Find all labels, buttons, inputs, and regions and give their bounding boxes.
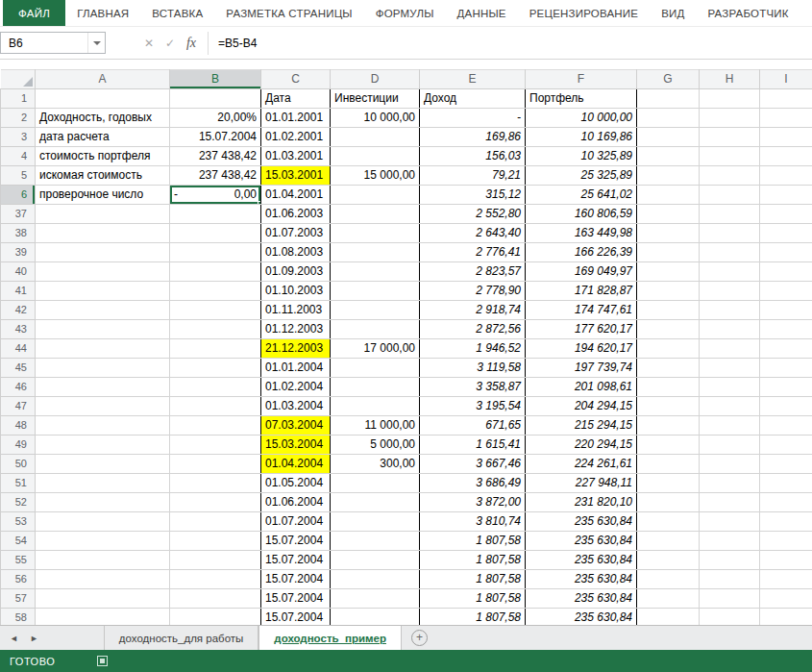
cell-H57[interactable] [700,589,760,609]
add-sheet-button[interactable]: + [411,630,428,646]
row-header-37[interactable]: 37 [1,205,36,224]
cell-F6[interactable]: 25 641,02 [526,186,637,205]
cell-B6[interactable]: -0,00 [170,186,261,205]
cell-C39[interactable]: 01.08.2003 [261,243,331,262]
cell-C40[interactable]: 01.09.2003 [261,262,331,282]
row-header-55[interactable]: 55 [1,551,36,570]
cell-H58[interactable] [700,609,760,626]
cell-I39[interactable] [760,243,812,262]
cell-E37[interactable]: 2 552,80 [420,205,526,224]
cell-F55[interactable]: 235 630,84 [526,551,637,570]
column-header-I[interactable]: I [760,70,812,89]
cell-E56[interactable]: 1 807,58 [420,570,526,589]
cell-B37[interactable] [170,205,261,224]
cell-G52[interactable] [637,493,700,512]
cell-I43[interactable] [760,320,812,339]
cell-B43[interactable] [170,320,261,339]
cell-B49[interactable] [170,436,261,455]
cell-G37[interactable] [637,205,700,224]
row-header-58[interactable]: 58 [1,609,36,626]
cell-F39[interactable]: 166 226,39 [526,243,637,262]
cell-D52[interactable] [331,493,420,512]
cell-E58[interactable]: 1 807,58 [420,609,526,626]
cell-F38[interactable]: 163 449,98 [526,224,637,243]
cell-C37[interactable]: 01.06.2003 [261,205,331,224]
cell-E42[interactable]: 2 918,74 [420,301,526,320]
cell-I50[interactable] [760,455,812,474]
cell-E50[interactable]: 3 667,46 [420,455,526,474]
cell-G56[interactable] [637,570,700,589]
row-header-38[interactable]: 38 [1,224,36,243]
cell-A6[interactable]: проверочное число [36,186,170,205]
cell-B58[interactable] [170,609,261,626]
cell-D47[interactable] [331,397,420,416]
cell-A54[interactable] [36,532,170,551]
cell-A44[interactable] [36,339,170,359]
row-header-39[interactable]: 39 [1,243,36,262]
cell-I1[interactable] [760,89,812,109]
cell-F45[interactable]: 197 739,74 [526,359,637,378]
cell-E57[interactable]: 1 807,58 [420,589,526,609]
cell-I44[interactable] [760,339,812,359]
cell-H53[interactable] [700,512,760,532]
cell-C44[interactable]: 21.12.2003 [261,339,331,359]
cell-I5[interactable] [760,166,812,186]
cell-D50[interactable]: 300,00 [331,455,420,474]
cell-B55[interactable] [170,551,261,570]
cell-C42[interactable]: 01.11.2003 [261,301,331,320]
row-header-45[interactable]: 45 [1,359,36,378]
cell-B41[interactable] [170,282,261,301]
cell-H55[interactable] [700,551,760,570]
ribbon-tab-5[interactable]: РЕЦЕНЗИРОВАНИЕ [518,0,650,26]
cell-D6[interactable] [331,186,420,205]
cell-D2[interactable]: 10 000,00 [331,109,420,128]
cell-F49[interactable]: 220 294,15 [526,436,637,455]
row-header-52[interactable]: 52 [1,493,36,512]
cell-E51[interactable]: 3 686,49 [420,474,526,493]
cell-D1[interactable]: Инвестиции [331,89,420,109]
cell-D49[interactable]: 5 000,00 [331,436,420,455]
cell-G4[interactable] [637,147,700,166]
cell-G57[interactable] [637,589,700,609]
cell-I37[interactable] [760,205,812,224]
cell-C56[interactable]: 15.07.2004 [261,570,331,589]
cell-E41[interactable]: 2 778,90 [420,282,526,301]
ribbon-tab-7[interactable]: РАЗРАБОТЧИК [696,0,800,26]
cell-H40[interactable] [700,262,760,282]
ribbon-tab-1[interactable]: ВСТАВКА [140,0,214,26]
cell-B45[interactable] [170,359,261,378]
cell-E49[interactable]: 1 615,41 [420,436,526,455]
cell-B39[interactable] [170,243,261,262]
fill-handle[interactable] [258,201,261,205]
cell-G55[interactable] [637,551,700,570]
cell-F48[interactable]: 215 294,15 [526,416,637,436]
cell-F50[interactable]: 224 261,61 [526,455,637,474]
row-header-50[interactable]: 50 [1,455,36,474]
cell-I55[interactable] [760,551,812,570]
cell-D41[interactable] [331,282,420,301]
row-header-48[interactable]: 48 [1,416,36,436]
cell-G41[interactable] [637,282,700,301]
cell-I45[interactable] [760,359,812,378]
cell-G45[interactable] [637,359,700,378]
cell-G5[interactable] [637,166,700,186]
cell-E53[interactable]: 3 810,74 [420,512,526,532]
cell-H47[interactable] [700,397,760,416]
cell-A50[interactable] [36,455,170,474]
cell-G43[interactable] [637,320,700,339]
cell-E39[interactable]: 2 776,41 [420,243,526,262]
row-header-4[interactable]: 4 [1,147,36,166]
cell-I40[interactable] [760,262,812,282]
cell-E43[interactable]: 2 872,56 [420,320,526,339]
column-header-H[interactable]: H [700,70,760,89]
cell-A2[interactable]: Доходность, годовых [36,109,170,128]
cell-G46[interactable] [637,378,700,397]
cell-B38[interactable] [170,224,261,243]
cell-H38[interactable] [700,224,760,243]
cell-H4[interactable] [700,147,760,166]
row-header-41[interactable]: 41 [1,282,36,301]
cell-B57[interactable] [170,589,261,609]
row-header-46[interactable]: 46 [1,378,36,397]
row-header-3[interactable]: 3 [1,128,36,147]
column-header-B[interactable]: B [170,70,261,89]
